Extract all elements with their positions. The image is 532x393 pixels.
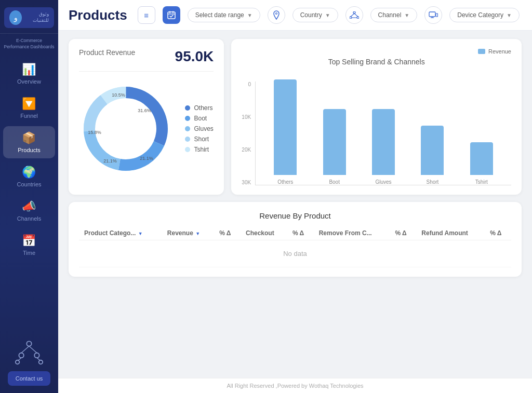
y-axis-label: 0 xyxy=(242,82,251,87)
sidebar-item-label-products: Products xyxy=(18,147,40,153)
product-revenue-title: Product Revenue xyxy=(79,48,135,57)
y-axis-label: 30K xyxy=(242,180,251,185)
funnel-icon: 🔽 xyxy=(22,97,36,111)
bar-col-tshirt: Tshirt xyxy=(470,142,493,185)
calendar-check-button[interactable] xyxy=(163,6,180,24)
col-header-pct3: % Δ xyxy=(390,226,417,240)
no-data-row: No data xyxy=(79,240,511,267)
date-range-filter[interactable]: Select date range ▼ xyxy=(188,8,260,22)
table-title: Revenue By Product xyxy=(79,211,511,220)
bar-col-short: Short xyxy=(421,126,444,185)
svg-point-1 xyxy=(19,353,23,358)
legend-item-boot: Boot xyxy=(185,115,213,122)
col-header-pct2: % Δ xyxy=(287,226,314,240)
bar-legend-label: Revenue xyxy=(488,48,511,55)
main-area: Products ≡ Select date range ▼ Count xyxy=(58,0,532,393)
svg-point-4 xyxy=(39,360,43,364)
sidebar-item-time[interactable]: 📅 Time xyxy=(3,229,56,261)
svg-point-0 xyxy=(26,341,31,346)
network-nodes-icon xyxy=(350,11,359,19)
svg-point-16 xyxy=(357,17,359,19)
legend-item-gluves: Gluves xyxy=(185,125,213,132)
svg-point-15 xyxy=(350,17,352,19)
y-axis-label: 20K xyxy=(242,147,251,153)
device-label: Device Category xyxy=(457,11,503,19)
sidebar-nav: 📊 Overview🔽 Funnel📦 Products🌍 Countries📣… xyxy=(0,52,58,331)
legend-label: Boot xyxy=(194,115,207,122)
main-content: Product Revenue 95.0K xyxy=(58,31,532,378)
channel-filter[interactable]: Channel ▼ xyxy=(370,8,418,22)
sidebar-item-channels[interactable]: 📣 Channels xyxy=(3,195,56,227)
revenue-table: Product Catego... ▼Revenue ▼% ΔCheckout%… xyxy=(79,226,511,267)
chevron-down-icon: ▼ xyxy=(325,12,330,18)
bar-chart-title: Top Selling Brand & Channels xyxy=(242,58,511,66)
col-header-pct1: % Δ xyxy=(214,226,241,240)
sidebar-item-funnel[interactable]: 🔽 Funnel xyxy=(3,92,56,124)
sidebar-item-label-overview: Overview xyxy=(17,78,41,85)
page-header: Products ≡ Select date range ▼ Count xyxy=(58,0,532,31)
legend-dot xyxy=(185,116,190,121)
legend-label: Short xyxy=(194,135,209,143)
svg-point-13 xyxy=(275,13,277,15)
sidebar-item-countries[interactable]: 🌍 Countries xyxy=(3,160,56,193)
page-title: Products xyxy=(69,7,127,23)
device-filter-icon[interactable] xyxy=(424,6,442,24)
legend-dot xyxy=(185,126,190,131)
channel-label: Channel xyxy=(378,11,402,19)
logo-text: وثوق للتقنيات xyxy=(25,11,49,23)
bar-label: Others xyxy=(277,179,293,185)
legend-label: Tshirt xyxy=(194,146,209,153)
legend-dot xyxy=(185,147,190,152)
filter-sliders-button[interactable]: ≡ xyxy=(138,6,155,24)
chevron-down-icon: ▼ xyxy=(247,12,252,18)
countries-icon: 🌍 xyxy=(22,166,36,179)
sidebar-item-overview[interactable]: 📊 Overview xyxy=(3,58,56,90)
donut-chart: 31.6% 21.1% 21.1% 15.8% 10.5% xyxy=(79,82,172,175)
channel-filter-icon[interactable] xyxy=(345,6,363,24)
bar-segment xyxy=(274,79,297,175)
location-filter-icon[interactable] xyxy=(268,6,285,24)
monitor-icon xyxy=(429,11,438,19)
legend-item-short: Short xyxy=(185,135,213,143)
bar-legend-row: Revenue xyxy=(242,48,511,55)
chevron-down-icon: ▼ xyxy=(507,12,512,18)
svg-point-2 xyxy=(34,353,39,358)
sidebar: و وثوق للتقنيات E-Commerce Performance D… xyxy=(0,0,58,393)
revenue-table-card: Revenue By Product Product Catego... ▼Re… xyxy=(69,202,522,277)
product-revenue-value: 95.0K xyxy=(175,48,214,65)
sidebar-logo: و وثوق للتقنيات xyxy=(0,0,58,34)
sidebar-item-label-funnel: Funnel xyxy=(20,113,38,119)
svg-rect-20 xyxy=(429,12,435,17)
time-icon: 📅 xyxy=(22,234,36,248)
svg-line-5 xyxy=(21,346,29,353)
country-filter[interactable]: Country ▼ xyxy=(292,8,338,22)
svg-point-14 xyxy=(353,11,355,13)
sidebar-item-products[interactable]: 📦 Products xyxy=(3,126,56,158)
svg-text:31.6%: 31.6% xyxy=(138,108,152,113)
calendar-check-icon xyxy=(167,11,176,19)
y-axis: 30K20K10K0 xyxy=(242,82,251,185)
sidebar-item-label-time: Time xyxy=(23,250,35,256)
svg-line-8 xyxy=(37,358,40,360)
contact-us-button[interactable]: Contact us xyxy=(8,371,51,386)
col-header-revenue[interactable]: Revenue ▼ xyxy=(162,226,214,240)
overview-icon: 📊 xyxy=(22,63,36,76)
top-selling-card: Revenue Top Selling Brand & Channels 30K… xyxy=(231,39,522,195)
bar-col-boot: Boot xyxy=(323,109,346,185)
device-category-filter[interactable]: Device Category ▼ xyxy=(449,8,520,22)
card-divider xyxy=(79,71,214,72)
y-axis-label: 10K xyxy=(242,114,251,120)
bar-legend-color xyxy=(478,49,485,54)
bar-segment xyxy=(421,126,444,175)
col-header-remove: Remove From C... xyxy=(314,226,390,240)
product-revenue-card: Product Revenue 95.0K xyxy=(69,39,224,195)
svg-line-17 xyxy=(351,13,354,17)
bar-segment xyxy=(470,142,493,175)
col-header-checkout: Checkout xyxy=(241,226,287,240)
logo-icon: و xyxy=(9,10,22,25)
bar-label: Gluves xyxy=(376,179,392,185)
svg-text:10.5%: 10.5% xyxy=(112,92,126,98)
col-header-category[interactable]: Product Catego... ▼ xyxy=(79,226,162,240)
legend-item-others: Others xyxy=(185,104,213,112)
legend-dot xyxy=(185,105,190,111)
